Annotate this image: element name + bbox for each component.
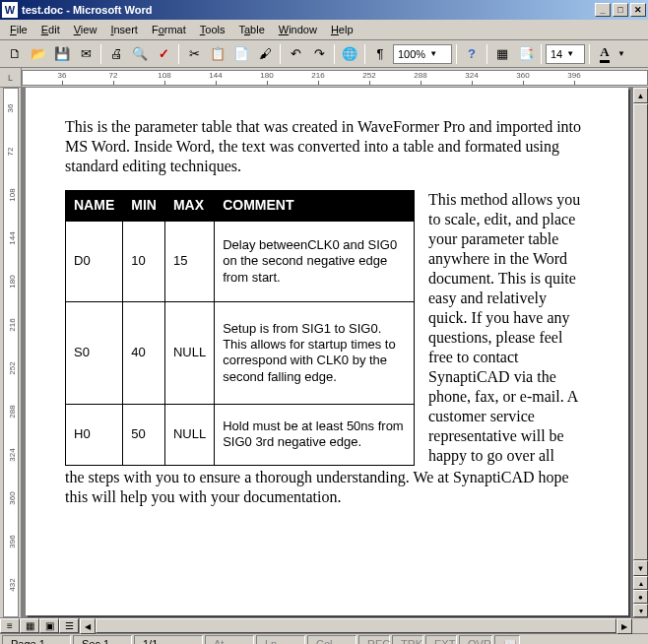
normal-view-icon[interactable]: ≡ bbox=[0, 618, 20, 633]
format-painter-icon[interactable]: 🖌 bbox=[254, 43, 276, 65]
help-icon[interactable]: ? bbox=[461, 43, 483, 65]
table-cell[interactable]: 15 bbox=[164, 221, 214, 302]
undo-icon[interactable]: ↶ bbox=[285, 43, 306, 65]
window-title: test.doc - Microsoft Word bbox=[22, 4, 595, 16]
mail-icon[interactable]: ✉ bbox=[75, 43, 97, 65]
status-spellcheck: 📖 bbox=[494, 635, 520, 644]
table-cell[interactable]: Delay betweenCLK0 and SIG0 on the second… bbox=[215, 221, 415, 302]
previous-page-icon[interactable]: ▴ bbox=[633, 576, 648, 590]
maximize-button[interactable]: □ bbox=[613, 3, 628, 17]
table-cell[interactable]: D0 bbox=[66, 221, 123, 302]
zoom-value: 100% bbox=[398, 48, 425, 60]
document-map-icon[interactable]: 📑 bbox=[515, 43, 537, 65]
fontsize-value: 14 bbox=[551, 48, 562, 60]
document-viewport: This is the parameter table that was cre… bbox=[22, 88, 632, 617]
table-row[interactable]: D01015Delay betweenCLK0 and SIG0 on the … bbox=[66, 221, 415, 302]
hscroll-thumb[interactable] bbox=[96, 618, 616, 633]
paste-icon[interactable]: 📄 bbox=[230, 43, 252, 65]
horizontal-scroll-area: ≡ ▦ ▣ ☰ ◀ ▶ bbox=[0, 618, 648, 634]
menu-file[interactable]: File bbox=[4, 22, 33, 37]
open-icon[interactable]: 📂 bbox=[28, 43, 49, 65]
preview-icon[interactable]: 🔍 bbox=[129, 43, 151, 65]
title-bar: W test.doc - Microsoft Word _ □ ✕ bbox=[0, 0, 648, 20]
dropdown-arrow-icon: ▼ bbox=[566, 49, 574, 58]
table-cell[interactable]: NULL bbox=[164, 302, 214, 404]
web-view-icon[interactable]: ▦ bbox=[20, 618, 39, 633]
table-cell[interactable]: 40 bbox=[123, 302, 165, 404]
menu-help[interactable]: Help bbox=[325, 22, 359, 37]
dropdown-arrow-icon: ▼ bbox=[429, 49, 437, 58]
print-icon[interactable]: 🖨 bbox=[105, 43, 127, 65]
horizontal-ruler-bar: L 3672108144180216252288324360396 bbox=[0, 68, 648, 88]
status-col: Col bbox=[307, 635, 356, 644]
close-button[interactable]: ✕ bbox=[630, 3, 646, 17]
copy-icon[interactable]: 📋 bbox=[207, 43, 228, 65]
menu-bar: File Edit View Insert Format Tools Table… bbox=[0, 20, 648, 40]
menu-tools[interactable]: Tools bbox=[194, 22, 231, 37]
redo-icon[interactable]: ↷ bbox=[308, 43, 330, 65]
scroll-up-icon[interactable]: ▲ bbox=[633, 88, 648, 103]
menu-view[interactable]: View bbox=[68, 22, 103, 37]
next-page-icon[interactable]: ▾ bbox=[633, 604, 648, 617]
table-cell[interactable]: Hold must be at least 50ns from SIG0 3rd… bbox=[215, 404, 415, 465]
table-cell[interactable]: 10 bbox=[123, 221, 165, 302]
menu-format[interactable]: Format bbox=[146, 22, 192, 37]
hscroll-track[interactable] bbox=[96, 618, 616, 633]
minimize-button[interactable]: _ bbox=[595, 3, 611, 17]
vertical-scrollbar[interactable]: ▲ ▼ ▴ ● ▾ bbox=[632, 88, 648, 617]
standard-toolbar: 🗋 📂 💾 ✉ 🖨 🔍 ✓ ✂ 📋 📄 🖌 ↶ ↷ 🌐 ¶ 100% ▼ ? ▦… bbox=[0, 40, 648, 68]
status-line: Ln bbox=[256, 635, 305, 644]
status-page: Page 1 bbox=[2, 635, 71, 644]
browse-object-icon[interactable]: ● bbox=[633, 590, 648, 604]
scroll-thumb[interactable] bbox=[633, 103, 648, 560]
table-header[interactable]: MAX bbox=[164, 191, 214, 222]
save-icon[interactable]: 💾 bbox=[51, 43, 73, 65]
status-at: At bbox=[205, 635, 254, 644]
table-row[interactable]: H050NULLHold must be at least 50ns from … bbox=[66, 404, 415, 465]
menu-window[interactable]: Window bbox=[273, 22, 323, 37]
tail-paragraph[interactable]: the steps with you to ensure a thorough … bbox=[65, 468, 589, 507]
status-pages: 1/1 bbox=[134, 635, 203, 644]
parameter-table[interactable]: NAMEMINMAXCOMMENT D01015Delay betweenCLK… bbox=[65, 190, 415, 466]
status-ovr[interactable]: OVR bbox=[459, 635, 492, 644]
spellcheck-icon[interactable]: ✓ bbox=[153, 43, 174, 65]
table-header[interactable]: NAME bbox=[66, 191, 123, 222]
fontsize-combo[interactable]: 14 ▼ bbox=[546, 44, 585, 64]
pilcrow-icon[interactable]: ¶ bbox=[369, 43, 391, 65]
table-row[interactable]: S040NULLSetup is from SIG1 to SIG0. This… bbox=[66, 302, 415, 404]
menu-insert[interactable]: Insert bbox=[104, 22, 144, 37]
scroll-right-icon[interactable]: ▶ bbox=[616, 618, 632, 634]
new-icon[interactable]: 🗋 bbox=[4, 43, 26, 65]
status-rec[interactable]: REC bbox=[358, 635, 390, 644]
vertical-ruler[interactable]: 3672108144180216252288324360396432 bbox=[0, 88, 22, 617]
tables-borders-icon[interactable]: ▦ bbox=[491, 43, 513, 65]
scroll-down-icon[interactable]: ▼ bbox=[633, 560, 648, 576]
table-cell[interactable]: S0 bbox=[66, 302, 123, 404]
status-section: Sec 1 bbox=[73, 635, 132, 644]
horizontal-ruler[interactable]: 3672108144180216252288324360396 bbox=[22, 70, 648, 86]
print-layout-view-icon[interactable]: ▣ bbox=[39, 618, 59, 633]
font-color-icon[interactable]: A bbox=[594, 43, 616, 65]
status-ext[interactable]: EXT bbox=[425, 635, 457, 644]
status-trk[interactable]: TRK bbox=[392, 635, 423, 644]
hyperlink-icon[interactable]: 🌐 bbox=[339, 43, 360, 65]
outline-view-icon[interactable]: ☰ bbox=[59, 618, 79, 633]
table-cell[interactable]: Setup is from SIG1 to SIG0. This allows … bbox=[215, 302, 415, 404]
side-paragraph[interactable]: This method allows you to scale, edit, a… bbox=[428, 190, 589, 466]
app-icon: W bbox=[2, 2, 18, 18]
zoom-combo[interactable]: 100% ▼ bbox=[393, 44, 452, 64]
table-cell[interactable]: NULL bbox=[164, 404, 214, 465]
table-cell[interactable]: 50 bbox=[123, 404, 165, 465]
table-header[interactable]: COMMENT bbox=[215, 191, 415, 222]
document-page[interactable]: This is the parameter table that was cre… bbox=[26, 88, 628, 615]
ruler-corner[interactable]: L bbox=[0, 68, 22, 88]
scroll-left-icon[interactable]: ◀ bbox=[80, 618, 96, 634]
menu-edit[interactable]: Edit bbox=[35, 22, 66, 37]
scroll-track[interactable] bbox=[633, 103, 648, 560]
menu-table[interactable]: Table bbox=[232, 22, 270, 37]
table-header[interactable]: MIN bbox=[123, 191, 165, 222]
cut-icon[interactable]: ✂ bbox=[183, 43, 205, 65]
table-cell[interactable]: H0 bbox=[66, 404, 123, 465]
status-bar: Page 1 Sec 1 1/1 At Ln Col REC TRK EXT O… bbox=[0, 634, 648, 644]
intro-paragraph[interactable]: This is the parameter table that was cre… bbox=[65, 117, 589, 176]
